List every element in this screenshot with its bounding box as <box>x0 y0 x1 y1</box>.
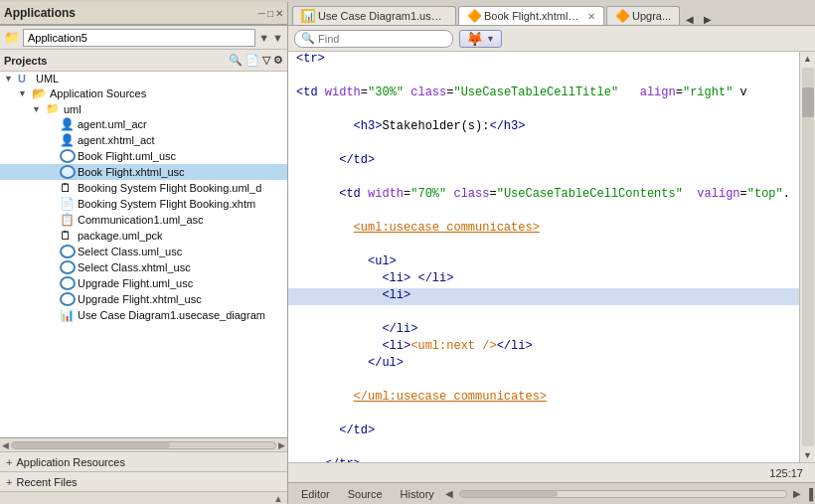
book-uml-icon <box>60 149 76 163</box>
search-projects-icon[interactable]: 🔍 <box>229 54 243 67</box>
tree-node-uml-root[interactable]: ▼ U UML <box>0 72 287 85</box>
code-line-li-close: </li> <box>288 322 799 339</box>
tree-node-package[interactable]: 🗒 package.uml_pck <box>0 228 287 244</box>
code-line-ul: <ul> <box>288 254 799 271</box>
bottom-right-end-icon[interactable]: ▐ <box>803 488 815 500</box>
filter-icon[interactable]: ▽ <box>262 54 270 67</box>
tab-usecase-diagram[interactable]: 📊 Use Case Diagram1.usecase_diagram <box>292 6 456 25</box>
tab1-label: Use Case Diagram1.usecase_diagram <box>318 10 447 22</box>
scroll-down-arrow-icon[interactable]: ▼ <box>801 448 814 462</box>
tab-upgrade[interactable]: 🔶 Upgra... <box>606 6 680 25</box>
app-resources-label: Application Resources <box>16 456 124 468</box>
minimize-icon[interactable]: ─ <box>258 8 265 19</box>
code-line-blank2 <box>288 102 799 119</box>
select-xhtml-label: Select Class.xhtml_usc <box>78 261 191 273</box>
code-line-blank5 <box>288 204 799 221</box>
agent-act-icon: 👤 <box>60 133 76 147</box>
uml-expander[interactable]: ▼ <box>32 104 46 114</box>
book-xhtml-label: Book Flight.xhtml_usc <box>78 166 185 178</box>
tree-node-usecase-diag[interactable]: 📊 Use Case Diagram1.usecase_diagram <box>0 307 287 323</box>
tree-node-comm[interactable]: 📋 Communication1.uml_asc <box>0 212 287 228</box>
agent-acr-icon: 👤 <box>60 117 76 131</box>
upgrade-xhtml-icon <box>60 292 76 306</box>
book-xhtml-icon <box>60 165 76 179</box>
code-line-uml-open: <uml:usecase_communicates> <box>288 221 799 238</box>
selected-app-label: Application5 <box>28 32 87 44</box>
tree-node-select-usc[interactable]: Select Class.uml_usc <box>0 244 287 259</box>
uml-root-expander[interactable]: ▼ <box>4 74 18 84</box>
upgrade-tab-icon: 🔶 <box>615 9 629 23</box>
code-line-blank10 <box>288 440 799 457</box>
code-editor: <tr> <td width="30%" class="UseCaseTable… <box>288 52 799 462</box>
projects-label: Projects <box>4 55 226 67</box>
app-dropdown-arrow[interactable]: ▼ <box>258 32 269 44</box>
bottom-tab-arrow-right[interactable]: ▶ <box>791 488 803 499</box>
book-uml-label: Book Flight.uml_usc <box>78 150 176 162</box>
tab-nav-right[interactable]: ▶ <box>700 10 716 25</box>
tab-book-flight[interactable]: 🔶 Book Flight.xhtml_usc ✕ <box>458 6 604 25</box>
code-line-h3: <h3>Stakeholder(s):</h3> <box>288 119 799 136</box>
tree-node-upgrade-xhtml[interactable]: Upgrade Flight.xhtml_usc <box>0 291 287 307</box>
tree-node-app-sources[interactable]: ▼ 📂 Application Sources <box>0 85 287 101</box>
booking-xhtml-label: Booking System Flight Booking.xhtm <box>78 198 255 210</box>
uml-root-label: UML <box>36 73 59 84</box>
code-line-blank4 <box>288 170 799 187</box>
tree-node-agent-act[interactable]: 👤 agent.xhtml_act <box>0 132 287 148</box>
tree-node-uml[interactable]: ▼ 📁 uml <box>0 101 287 116</box>
booking-uml-icon: 🗒 <box>60 181 76 195</box>
code-line-li1: <li> </li> <box>288 271 799 288</box>
code-line-blank7 <box>288 305 799 322</box>
tree-node-book-uml[interactable]: Book Flight.uml_usc <box>0 148 287 164</box>
maximize-icon[interactable]: □ <box>267 8 273 19</box>
tree-node-upgrade-uml[interactable]: Upgrade Flight.uml_usc <box>0 275 287 291</box>
new-icon[interactable]: 📄 <box>245 54 259 67</box>
agent-act-label: agent.xhtml_act <box>78 134 155 146</box>
code-line-td2: <td width="70%" class="UseCaseTableCellC… <box>288 187 799 204</box>
tree-node-book-xhtml[interactable]: Book Flight.xhtml_usc <box>0 164 287 180</box>
recent-files-label: Recent Files <box>16 476 77 488</box>
scroll-right-icon[interactable]: ▶ <box>278 440 285 450</box>
code-line-blank8 <box>288 373 799 390</box>
firefox-dropdown-icon: ▼ <box>486 34 495 44</box>
app-sources-expander[interactable]: ▼ <box>18 88 32 98</box>
tree-node-booking-xhtml[interactable]: 📄 Booking System Flight Booking.xhtm <box>0 196 287 212</box>
app-dropdown[interactable]: Application5 <box>23 29 255 47</box>
usecase-diag-icon: 📊 <box>60 308 76 322</box>
app-resources-plus-icon: + <box>6 456 12 468</box>
code-line-blank9 <box>288 407 799 423</box>
bottom-scroll-handle[interactable] <box>460 491 559 497</box>
diagram-tab-icon: 📊 <box>301 9 315 23</box>
settings-icon[interactable]: ⚙ <box>273 54 283 67</box>
agent-acr-label: agent.uml_acr <box>78 118 147 130</box>
code-line-blank1 <box>288 69 799 85</box>
tab2-close-icon[interactable]: ✕ <box>587 11 595 22</box>
tab-editor[interactable]: Editor <box>292 485 339 503</box>
code-line-td1: <td width="30%" class="UseCaseTableCellT… <box>288 85 799 102</box>
tab-history[interactable]: History <box>392 485 443 503</box>
html-tab-icon: 🔶 <box>467 9 481 23</box>
panel-scroll-up-icon[interactable]: ▲ <box>273 493 283 504</box>
search-input-wrap[interactable]: 🔍 <box>294 30 453 48</box>
tree-node-booking-uml[interactable]: 🗒 Booking System Flight Booking.uml_d <box>0 180 287 196</box>
select-usc-icon <box>60 245 76 258</box>
right-scrollbar[interactable]: ▲ ▼ <box>799 52 815 462</box>
recent-files-row[interactable]: + Recent Files <box>0 472 287 492</box>
tab2-label: Book Flight.xhtml_usc <box>484 10 583 22</box>
tab-nav-left[interactable]: ◀ <box>682 10 698 25</box>
app-dropdown-arrow2[interactable]: ▼ <box>272 32 283 44</box>
select-usc-label: Select Class.uml_usc <box>78 246 182 257</box>
scroll-left-icon[interactable]: ◀ <box>2 440 9 450</box>
tab-source[interactable]: Source <box>339 485 392 503</box>
tree-node-select-xhtml[interactable]: Select Class.xhtml_usc <box>0 259 287 275</box>
close-icon[interactable]: ✕ <box>275 8 283 19</box>
search-input[interactable] <box>318 33 446 45</box>
upgrade-uml-icon <box>60 276 76 290</box>
firefox-icon: 🦊 <box>466 31 483 47</box>
scroll-up-arrow-icon[interactable]: ▲ <box>801 52 814 66</box>
firefox-button[interactable]: 🦊 ▼ <box>459 30 502 48</box>
horizontal-scrollbar[interactable]: ◀ ▶ <box>0 438 287 452</box>
applications-title: Applications <box>4 6 76 20</box>
app-resources-row[interactable]: + Application Resources <box>0 452 287 472</box>
bottom-tab-arrow-left[interactable]: ◀ <box>443 488 455 499</box>
tree-node-agent-acr[interactable]: 👤 agent.uml_acr <box>0 116 287 132</box>
